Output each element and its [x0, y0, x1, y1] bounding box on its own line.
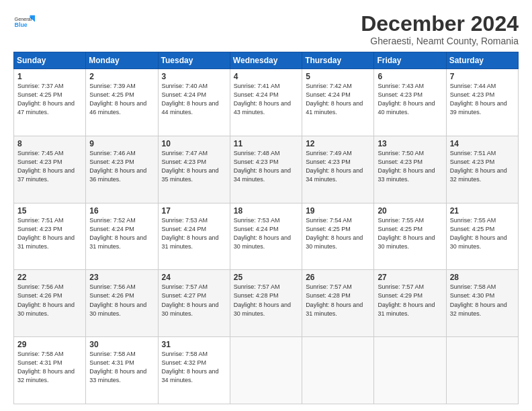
day-cell: 13Sunrise: 7:50 AMSunset: 4:23 PMDayligh…	[374, 136, 446, 203]
day-info: Sunrise: 7:50 AMSunset: 4:23 PMDaylight:…	[378, 149, 442, 184]
day-info: Sunrise: 7:57 AMSunset: 4:28 PMDaylight:…	[306, 283, 370, 318]
day-info: Sunrise: 7:56 AMSunset: 4:26 PMDaylight:…	[17, 283, 82, 318]
day-info: Sunrise: 7:44 AMSunset: 4:23 PMDaylight:…	[450, 82, 515, 117]
day-number: 15	[17, 206, 82, 216]
day-cell: 16Sunrise: 7:52 AMSunset: 4:24 PMDayligh…	[86, 203, 158, 270]
calendar-table: SundayMondayTuesdayWednesdayThursdayFrid…	[13, 52, 519, 404]
day-number: 11	[234, 139, 298, 148]
page: General Blue December 2024 Gheraesti, Ne…	[0, 0, 532, 411]
day-number: 29	[17, 340, 82, 349]
day-info: Sunrise: 7:52 AMSunset: 4:24 PMDaylight:…	[89, 216, 154, 251]
day-number: 25	[234, 273, 298, 282]
day-number: 27	[378, 273, 442, 282]
day-info: Sunrise: 7:58 AMSunset: 4:32 PMDaylight:…	[162, 350, 226, 385]
day-cell: 5Sunrise: 7:42 AMSunset: 4:24 PMDaylight…	[302, 69, 374, 136]
day-info: Sunrise: 7:42 AMSunset: 4:24 PMDaylight:…	[306, 82, 370, 117]
location: Gheraesti, Neamt County, Romania	[361, 36, 519, 46]
day-cell: 12Sunrise: 7:49 AMSunset: 4:23 PMDayligh…	[302, 136, 374, 203]
day-cell: 1Sunrise: 7:37 AMSunset: 4:25 PMDaylight…	[14, 69, 86, 136]
day-info: Sunrise: 7:53 AMSunset: 4:24 PMDaylight:…	[234, 216, 298, 251]
day-cell: 24Sunrise: 7:57 AMSunset: 4:27 PMDayligh…	[158, 270, 230, 337]
day-cell: 30Sunrise: 7:58 AMSunset: 4:31 PMDayligh…	[86, 337, 158, 404]
day-number: 28	[450, 273, 515, 282]
day-cell: 8Sunrise: 7:45 AMSunset: 4:23 PMDaylight…	[14, 136, 86, 203]
day-cell: 9Sunrise: 7:46 AMSunset: 4:23 PMDaylight…	[86, 136, 158, 203]
day-cell: 18Sunrise: 7:53 AMSunset: 4:24 PMDayligh…	[230, 203, 302, 270]
day-number: 14	[450, 139, 515, 148]
day-info: Sunrise: 7:55 AMSunset: 4:25 PMDaylight:…	[378, 216, 442, 251]
day-number: 4	[234, 72, 298, 81]
day-cell: 14Sunrise: 7:51 AMSunset: 4:23 PMDayligh…	[446, 136, 518, 203]
day-cell: 3Sunrise: 7:40 AMSunset: 4:24 PMDaylight…	[158, 69, 230, 136]
day-number: 3	[162, 72, 226, 81]
day-number: 23	[89, 273, 154, 282]
day-info: Sunrise: 7:48 AMSunset: 4:23 PMDaylight:…	[234, 149, 298, 184]
day-cell: 17Sunrise: 7:53 AMSunset: 4:24 PMDayligh…	[158, 203, 230, 270]
day-info: Sunrise: 7:51 AMSunset: 4:23 PMDaylight:…	[450, 149, 515, 184]
day-info: Sunrise: 7:58 AMSunset: 4:31 PMDaylight:…	[17, 350, 82, 385]
day-number: 21	[450, 206, 515, 216]
day-info: Sunrise: 7:57 AMSunset: 4:29 PMDaylight:…	[378, 283, 442, 318]
day-cell	[374, 337, 446, 404]
day-number: 26	[306, 273, 370, 282]
day-number: 22	[17, 273, 82, 282]
header: General Blue December 2024 Gheraesti, Ne…	[13, 12, 519, 46]
day-info: Sunrise: 7:49 AMSunset: 4:23 PMDaylight:…	[306, 149, 370, 184]
week-row-5: 29Sunrise: 7:58 AMSunset: 4:31 PMDayligh…	[14, 337, 519, 404]
day-number: 5	[306, 72, 370, 81]
day-cell: 28Sunrise: 7:58 AMSunset: 4:30 PMDayligh…	[446, 270, 518, 337]
day-cell: 15Sunrise: 7:51 AMSunset: 4:23 PMDayligh…	[14, 203, 86, 270]
day-header-tuesday: Tuesday	[158, 52, 230, 69]
week-row-2: 8Sunrise: 7:45 AMSunset: 4:23 PMDaylight…	[14, 136, 519, 203]
month-title: December 2024	[361, 12, 519, 36]
day-cell: 2Sunrise: 7:39 AMSunset: 4:25 PMDaylight…	[86, 69, 158, 136]
day-cell: 10Sunrise: 7:47 AMSunset: 4:23 PMDayligh…	[158, 136, 230, 203]
day-header-thursday: Thursday	[302, 52, 374, 69]
day-number: 12	[306, 139, 370, 148]
day-header-friday: Friday	[374, 52, 446, 69]
day-number: 10	[162, 139, 226, 148]
day-cell: 21Sunrise: 7:55 AMSunset: 4:25 PMDayligh…	[446, 203, 518, 270]
day-cell: 6Sunrise: 7:43 AMSunset: 4:23 PMDaylight…	[374, 69, 446, 136]
day-cell: 26Sunrise: 7:57 AMSunset: 4:28 PMDayligh…	[302, 270, 374, 337]
day-cell: 22Sunrise: 7:56 AMSunset: 4:26 PMDayligh…	[14, 270, 86, 337]
day-number: 30	[89, 340, 154, 349]
day-info: Sunrise: 7:39 AMSunset: 4:25 PMDaylight:…	[89, 82, 154, 117]
day-number: 9	[89, 139, 154, 148]
day-number: 31	[162, 340, 226, 349]
logo: General Blue	[13, 12, 35, 34]
day-info: Sunrise: 7:51 AMSunset: 4:23 PMDaylight:…	[17, 216, 82, 251]
week-row-1: 1Sunrise: 7:37 AMSunset: 4:25 PMDaylight…	[14, 69, 519, 136]
day-info: Sunrise: 7:57 AMSunset: 4:27 PMDaylight:…	[162, 283, 226, 318]
day-cell: 4Sunrise: 7:41 AMSunset: 4:24 PMDaylight…	[230, 69, 302, 136]
day-number: 1	[17, 72, 82, 81]
title-block: December 2024 Gheraesti, Neamt County, R…	[361, 12, 519, 46]
day-header-monday: Monday	[86, 52, 158, 69]
day-info: Sunrise: 7:54 AMSunset: 4:25 PMDaylight:…	[306, 216, 370, 251]
day-number: 8	[17, 139, 82, 148]
day-number: 16	[89, 206, 154, 216]
day-info: Sunrise: 7:53 AMSunset: 4:24 PMDaylight:…	[162, 216, 226, 251]
day-cell: 25Sunrise: 7:57 AMSunset: 4:28 PMDayligh…	[230, 270, 302, 337]
day-info: Sunrise: 7:40 AMSunset: 4:24 PMDaylight:…	[162, 82, 226, 117]
day-number: 2	[89, 72, 154, 81]
day-cell: 7Sunrise: 7:44 AMSunset: 4:23 PMDaylight…	[446, 69, 518, 136]
day-info: Sunrise: 7:41 AMSunset: 4:24 PMDaylight:…	[234, 82, 298, 117]
day-number: 17	[162, 206, 226, 216]
day-info: Sunrise: 7:37 AMSunset: 4:25 PMDaylight:…	[17, 82, 82, 117]
logo-icon: General Blue	[13, 12, 35, 34]
day-info: Sunrise: 7:58 AMSunset: 4:31 PMDaylight:…	[89, 350, 154, 385]
week-row-4: 22Sunrise: 7:56 AMSunset: 4:26 PMDayligh…	[14, 270, 519, 337]
day-cell	[302, 337, 374, 404]
day-number: 20	[378, 206, 442, 216]
day-info: Sunrise: 7:43 AMSunset: 4:23 PMDaylight:…	[378, 82, 442, 117]
day-cell: 27Sunrise: 7:57 AMSunset: 4:29 PMDayligh…	[374, 270, 446, 337]
day-cell: 23Sunrise: 7:56 AMSunset: 4:26 PMDayligh…	[86, 270, 158, 337]
day-header-wednesday: Wednesday	[230, 52, 302, 69]
svg-text:General: General	[15, 16, 32, 22]
svg-text:Blue: Blue	[15, 21, 28, 28]
day-cell	[230, 337, 302, 404]
day-cell	[446, 337, 518, 404]
day-info: Sunrise: 7:47 AMSunset: 4:23 PMDaylight:…	[162, 149, 226, 184]
day-cell: 20Sunrise: 7:55 AMSunset: 4:25 PMDayligh…	[374, 203, 446, 270]
